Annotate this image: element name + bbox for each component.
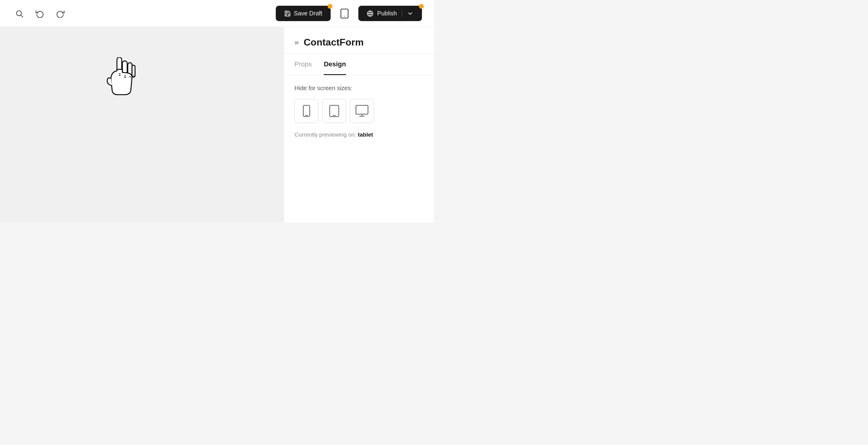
svg-rect-20 xyxy=(356,105,368,114)
preview-tablet-button[interactable] xyxy=(337,6,352,21)
tab-props[interactable]: Props xyxy=(294,54,312,75)
screen-size-tablet-button[interactable] xyxy=(322,99,346,123)
svg-rect-2 xyxy=(341,9,348,18)
hide-for-screen-label: Hide for screen sizes: xyxy=(294,85,423,92)
svg-rect-18 xyxy=(330,105,339,117)
tablet-preview-icon xyxy=(339,8,350,19)
panel-header: » ContactForm xyxy=(284,27,434,54)
canvas-area[interactable] xyxy=(0,27,283,222)
app-container: Save Draft Publish xyxy=(0,0,434,222)
search-icon xyxy=(15,9,24,18)
cursor-hand-icon xyxy=(105,57,135,96)
screen-sizes-group xyxy=(294,99,423,123)
svg-rect-7 xyxy=(122,61,127,79)
save-draft-notification-dot xyxy=(328,4,333,9)
publish-button[interactable]: Publish xyxy=(358,6,422,21)
preview-info: Currently previewing on: tablet xyxy=(294,131,423,138)
svg-rect-6 xyxy=(117,57,122,76)
screen-size-desktop-button[interactable] xyxy=(350,99,374,123)
save-icon xyxy=(284,10,291,17)
publish-label: Publish xyxy=(377,10,397,17)
screen-size-mobile-button[interactable] xyxy=(294,99,318,123)
tablet-icon xyxy=(329,105,340,117)
toolbar-right: Save Draft Publish xyxy=(276,6,422,21)
breadcrumb-chevrons: » xyxy=(294,38,299,47)
preview-device: tablet xyxy=(358,131,373,138)
search-button[interactable] xyxy=(12,6,27,21)
chevron-down-icon xyxy=(407,10,413,17)
svg-rect-8 xyxy=(128,63,132,79)
save-draft-label: Save Draft xyxy=(294,10,322,17)
toolbar: Save Draft Publish xyxy=(0,0,434,27)
desktop-icon xyxy=(355,105,369,117)
svg-rect-16 xyxy=(303,105,310,116)
publish-divider xyxy=(402,10,402,17)
redo-button[interactable] xyxy=(53,6,67,21)
preview-text: Currently previewing on: xyxy=(294,131,356,138)
save-draft-button[interactable]: Save Draft xyxy=(276,6,331,21)
redo-icon xyxy=(56,9,64,18)
mobile-icon xyxy=(302,105,311,117)
publish-notification-dot xyxy=(419,4,424,9)
undo-button[interactable] xyxy=(33,6,47,21)
right-panel: » ContactForm Props Design Hide for scre… xyxy=(283,27,434,222)
tab-design[interactable]: Design xyxy=(324,54,346,75)
panel-design-content: Hide for screen sizes: xyxy=(284,75,434,148)
panel-title: ContactForm xyxy=(304,37,364,48)
svg-rect-9 xyxy=(132,65,135,77)
svg-line-1 xyxy=(21,15,23,17)
panel-tabs: Props Design xyxy=(284,54,434,75)
globe-icon xyxy=(367,10,373,17)
undo-icon xyxy=(36,9,44,18)
main-content: » ContactForm Props Design Hide for scre… xyxy=(0,27,434,222)
toolbar-left xyxy=(12,6,269,21)
